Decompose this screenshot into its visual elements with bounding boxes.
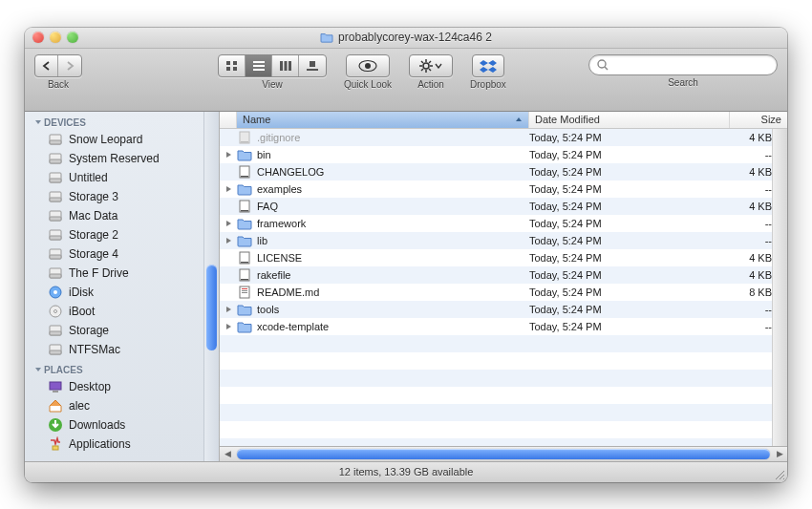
sidebar-item[interactable]: Downloads — [25, 415, 219, 435]
table-row[interactable]: README.mdToday, 5:24 PM8 KB — [220, 284, 787, 301]
table-row[interactable] — [220, 335, 787, 352]
svg-rect-5 — [253, 65, 265, 67]
sidebar-item[interactable]: iDisk — [25, 283, 219, 302]
column-date[interactable]: Date Modified — [529, 112, 730, 128]
table-row[interactable] — [220, 438, 787, 446]
search-field[interactable] — [588, 54, 778, 75]
column-size[interactable]: Size — [730, 112, 787, 128]
sidebar-section-header[interactable]: DEVICES — [25, 112, 219, 130]
file-name: .gitignore — [257, 132, 300, 143]
sidebar-item[interactable]: Untitled — [25, 168, 219, 187]
sidebar-item[interactable]: The F Drive — [25, 264, 219, 283]
table-row[interactable]: libToday, 5:24 PM-- — [220, 232, 787, 249]
sidebar-item-label: The F Drive — [69, 266, 129, 280]
sidebar-item-label: iBoot — [69, 305, 95, 318]
sort-ascending-icon — [515, 116, 523, 123]
hdd-icon — [48, 342, 63, 357]
table-row[interactable]: examplesToday, 5:24 PM-- — [220, 180, 787, 198]
apps-icon — [48, 436, 63, 452]
action-button[interactable] — [409, 54, 453, 77]
disclosure-cell[interactable] — [220, 151, 237, 159]
disclosure-cell[interactable] — [220, 185, 237, 193]
svg-line-19 — [421, 61, 423, 63]
svg-rect-58 — [241, 210, 248, 212]
table-row[interactable] — [220, 387, 787, 404]
table-row[interactable]: rakefileToday, 5:24 PM4 KB — [220, 266, 787, 284]
back-button[interactable] — [35, 55, 58, 76]
table-row[interactable]: FAQToday, 5:24 PM4 KB — [220, 198, 787, 215]
disclosure-cell[interactable] — [220, 306, 237, 313]
vertical-scrollbar[interactable] — [772, 129, 787, 446]
disclosure-cell[interactable] — [220, 237, 237, 244]
svg-rect-32 — [50, 198, 61, 201]
forward-button[interactable] — [58, 55, 81, 76]
disc-icon — [48, 304, 63, 319]
gear-icon — [419, 59, 433, 73]
view-icons-button[interactable] — [219, 55, 246, 76]
sidebar-item[interactable]: Storage — [25, 321, 219, 340]
table-row[interactable]: toolsToday, 5:24 PM-- — [220, 301, 787, 318]
table-row[interactable]: binToday, 5:24 PM-- — [220, 146, 787, 163]
sidebar-scrollbar[interactable] — [203, 112, 219, 461]
table-row[interactable] — [220, 421, 787, 438]
resize-handle[interactable] — [774, 469, 785, 480]
sidebar-item[interactable]: Desktop — [25, 377, 219, 396]
back-forward-group — [34, 54, 82, 77]
horizontal-scrollbar[interactable]: ◀ ▶ — [220, 446, 787, 461]
view-coverflow-button[interactable] — [299, 55, 326, 76]
status-bar: 12 items, 13.39 GB available — [25, 461, 787, 482]
back-label: Back — [48, 79, 69, 90]
sidebar-item[interactable]: Storage 4 — [25, 244, 219, 264]
sidebar-scroll-thumb[interactable] — [206, 265, 217, 350]
svg-point-12 — [359, 60, 376, 71]
sidebar-item[interactable]: NTFSMac — [25, 340, 219, 359]
sidebar-item[interactable]: System Reserved — [25, 149, 219, 168]
chevron-down-icon — [435, 63, 442, 69]
search-input[interactable] — [612, 59, 769, 71]
sidebar-item[interactable]: Storage 3 — [25, 187, 219, 206]
folder-proxy-icon[interactable] — [320, 32, 333, 43]
file-name: FAQ — [257, 201, 278, 212]
quicklook-button[interactable] — [346, 54, 390, 77]
sidebar-section-header[interactable]: PLACES — [25, 359, 219, 377]
dropbox-button[interactable] — [472, 54, 504, 77]
dropbox-label: Dropbox — [470, 79, 506, 90]
file-date: Today, 5:24 PM — [529, 201, 730, 212]
horizontal-scroll-thumb[interactable] — [237, 449, 770, 459]
file-icon — [237, 286, 252, 299]
table-row[interactable]: CHANGELOGToday, 5:24 PM4 KB — [220, 163, 787, 180]
column-disclosure[interactable] — [220, 112, 237, 128]
hdd-icon — [48, 151, 63, 166]
sidebar-item[interactable]: Mac Data — [25, 206, 219, 225]
disclosure-cell[interactable] — [220, 220, 237, 227]
sidebar-item[interactable]: Snow Leopard — [25, 130, 219, 149]
quicklook-label: Quick Look — [344, 79, 392, 90]
column-name[interactable]: Name — [237, 112, 529, 128]
sidebar-item[interactable]: iBoot — [25, 302, 219, 321]
titlebar[interactable]: probablycorey-wax-124ca46 2 — [25, 28, 787, 49]
table-row[interactable]: frameworkToday, 5:24 PM-- — [220, 215, 787, 232]
file-date: Today, 5:24 PM — [529, 132, 730, 143]
sidebar-item[interactable]: Storage 2 — [25, 225, 219, 244]
sidebar-item[interactable]: alec — [25, 396, 219, 415]
svg-rect-6 — [253, 69, 265, 71]
table-row[interactable] — [220, 404, 787, 421]
view-list-button[interactable] — [246, 55, 272, 76]
svg-line-24 — [605, 67, 608, 70]
file-date: Today, 5:24 PM — [529, 304, 730, 315]
table-row[interactable]: .gitignoreToday, 5:24 PM4 KB — [220, 129, 787, 146]
view-columns-button[interactable] — [272, 55, 299, 76]
table-row[interactable]: xcode-templateToday, 5:24 PM-- — [220, 318, 787, 335]
table-row[interactable]: LICENSEToday, 5:24 PM4 KB — [220, 249, 787, 266]
disclosure-cell[interactable] — [220, 323, 237, 330]
hdd-icon — [48, 132, 63, 147]
svg-point-13 — [365, 63, 371, 69]
sidebar-item[interactable]: Applications — [25, 435, 219, 454]
table-row[interactable] — [220, 352, 787, 370]
sidebar-item-label: Applications — [69, 437, 131, 451]
file-date: Today, 5:24 PM — [529, 321, 730, 332]
table-row[interactable] — [220, 370, 787, 387]
file-date: Today, 5:24 PM — [529, 269, 730, 281]
svg-rect-28 — [50, 159, 61, 163]
idisk-icon — [48, 285, 63, 300]
